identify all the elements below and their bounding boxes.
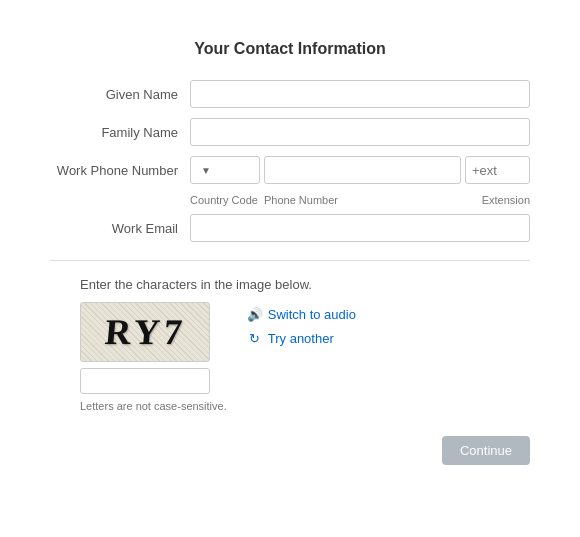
given-name-row: Given Name — [50, 80, 530, 108]
captcha-input[interactable] — [80, 368, 210, 394]
given-name-label: Given Name — [50, 87, 190, 102]
continue-button[interactable]: Continue — [442, 436, 530, 465]
captcha-left: RY7 Letters are not case-sensitive. — [80, 302, 227, 412]
page-title: Your Contact Information — [50, 40, 530, 58]
refresh-icon: ↻ — [247, 330, 263, 346]
family-name-row: Family Name — [50, 118, 530, 146]
try-another-label: Try another — [268, 331, 334, 346]
switch-audio-label: Switch to audio — [268, 307, 356, 322]
captcha-instruction: Enter the characters in the image below. — [80, 277, 530, 292]
given-name-input[interactable] — [190, 80, 530, 108]
chevron-down-icon: ▼ — [201, 165, 211, 176]
phone-number-input[interactable] — [264, 156, 461, 184]
captcha-section: Enter the characters in the image below.… — [50, 277, 530, 412]
contact-form: Given Name Family Name Work Phone Number… — [50, 80, 530, 242]
work-phone-label: Work Phone Number — [50, 163, 190, 178]
captcha-actions: 🔊 Switch to audio ↻ Try another — [247, 302, 356, 346]
extension-input[interactable] — [465, 156, 530, 184]
extension-col-label: Extension — [465, 194, 530, 206]
country-code-col-label: Country Code — [190, 194, 260, 206]
work-email-label: Work Email — [50, 221, 190, 236]
audio-icon: 🔊 — [247, 306, 263, 322]
work-email-input[interactable] — [190, 214, 530, 242]
country-code-dropdown[interactable]: ▼ — [190, 156, 260, 184]
work-email-row: Work Email — [50, 214, 530, 242]
captcha-rendered-text: RY7 — [103, 311, 187, 353]
phone-number-col-label: Phone Number — [264, 194, 461, 206]
phone-group: ▼ — [190, 156, 530, 184]
work-phone-row: Work Phone Number ▼ — [50, 156, 530, 184]
captcha-hint: Letters are not case-sensitive. — [80, 400, 227, 412]
family-name-input[interactable] — [190, 118, 530, 146]
captcha-body: RY7 Letters are not case-sensitive. 🔊 Sw… — [80, 302, 530, 412]
phone-labels-row: Country Code Phone Number Extension — [50, 194, 530, 206]
phone-labels: Country Code Phone Number Extension — [190, 194, 530, 206]
try-another-link[interactable]: ↻ Try another — [247, 330, 356, 346]
family-name-label: Family Name — [50, 125, 190, 140]
main-container: Your Contact Information Given Name Fami… — [20, 20, 560, 485]
footer-row: Continue — [50, 436, 530, 465]
section-divider — [50, 260, 530, 261]
captcha-image: RY7 — [80, 302, 210, 362]
switch-audio-link[interactable]: 🔊 Switch to audio — [247, 306, 356, 322]
